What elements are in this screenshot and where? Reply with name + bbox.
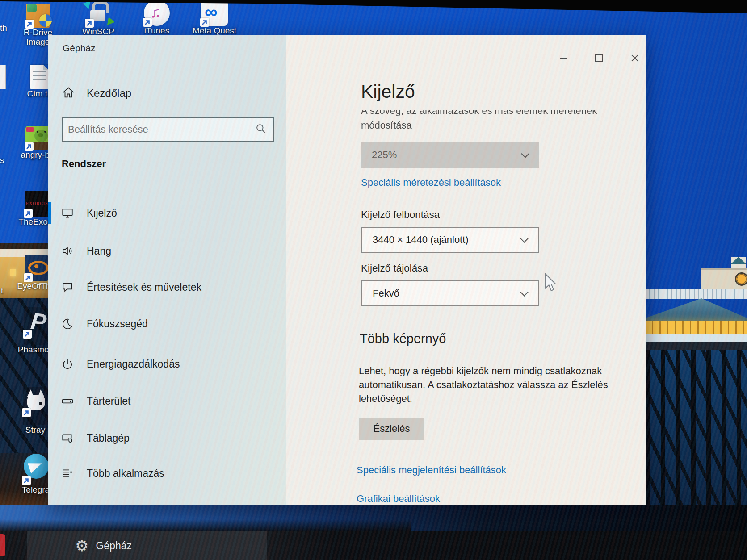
taskbar-app-gephaz[interactable]: ⚙ Gépház (27, 531, 267, 560)
orientation-dropdown-value: Fekvő (373, 288, 521, 299)
shortcut-arrow-icon (200, 18, 209, 27)
sidebar-item-tarterulet[interactable]: Tárterület (48, 390, 286, 412)
angry-birds-icon (25, 126, 50, 150)
advanced-scaling-link[interactable]: Speciális méretezési beállítások (361, 177, 501, 188)
sidebar-item-tablagep[interactable]: Táblagép (48, 427, 286, 449)
itunes-icon: ♫ (144, 0, 170, 26)
monitor-photo: R-Drive Image WinSCP ♫ iTunes ∞ Meta Que… (0, 0, 747, 560)
wallpaper-pier-railing (646, 289, 747, 299)
taskbar: ⚙ Gépház (0, 531, 747, 560)
resolution-dropdown[interactable]: 3440 × 1440 (ajánlott) (361, 227, 539, 253)
shortcut-arrow-icon (22, 476, 31, 485)
sidebar-item-hang[interactable]: Hang (48, 240, 286, 262)
stray-cat-icon (23, 387, 48, 425)
advanced-display-link[interactable]: Speciális megjelenítési beállítások (357, 464, 506, 476)
graphics-settings-link[interactable]: Grafikai beállítások (357, 493, 440, 505)
search-icon[interactable] (255, 123, 267, 136)
taskbar-app-label: Gépház (96, 540, 132, 552)
sidebar-item-label: Táblagép (87, 432, 130, 444)
desktop-icon-label: Meta Quest (193, 26, 236, 35)
scale-description-clipped: A szöveg, az alkalmazások és más elemek … (361, 110, 629, 136)
sidebar-item-label: Kijelző (87, 207, 117, 219)
chevron-down-icon (521, 150, 529, 158)
power-icon (61, 358, 74, 370)
shortcut-arrow-icon (25, 20, 34, 29)
multi-display-title: Több képernyő (360, 331, 446, 346)
search-input[interactable] (63, 124, 255, 135)
shortcut-arrow-icon (22, 408, 31, 417)
wallpaper-pier-deck (646, 334, 747, 342)
sidebar-item-ertesitesek[interactable]: Értesítések és műveletek (48, 276, 286, 298)
cutoff-taskbar-icon (0, 534, 5, 556)
desktop-icon-label: Stray (25, 425, 45, 435)
scale-description-line2: módosítása (361, 118, 629, 133)
telegram-icon (23, 454, 49, 485)
chevron-down-icon (520, 234, 528, 242)
notifications-icon (61, 281, 74, 293)
scale-dropdown[interactable]: 225% (361, 142, 539, 168)
scale-description-line1: A szöveg, az alkalmazások és más elemek … (361, 110, 629, 118)
sidebar-item-label: Hang (87, 245, 111, 257)
minimize-button[interactable] (553, 49, 574, 67)
resolution-label: Kijelző felbontása (361, 209, 440, 221)
winscp-icon (86, 3, 111, 27)
sidebar-item-label: Fókuszsegéd (87, 318, 148, 330)
desktop-icon-label-line2: Image (26, 37, 50, 46)
shortcut-arrow-icon (23, 330, 32, 339)
desktop-icon-label: Telegra (22, 485, 50, 494)
resolution-dropdown-value: 3440 × 1440 (ajánlott) (373, 234, 521, 246)
tablet-icon (61, 432, 74, 444)
edge-label-fragment: th (0, 23, 7, 33)
orientation-label: Kijelző tájolása (361, 263, 428, 274)
orientation-dropdown[interactable]: Fekvő (361, 280, 539, 306)
sidebar-item-label: Tárterület (87, 395, 130, 407)
gear-icon: ⚙ (75, 538, 88, 553)
sidebar-item-label: Több alkalmazás (87, 468, 164, 480)
moon-icon (61, 318, 74, 330)
wallpaper-pier-fascia (646, 342, 747, 350)
sidebar-item-label: Kezdőlap (87, 87, 131, 100)
desktop-icon-winscp[interactable]: WinSCP (78, 3, 119, 36)
edge-label-fragment: s (0, 155, 4, 165)
settings-sidebar: Gépház Kezdőlap Rendszer Kijelző (48, 35, 286, 505)
desktop-icon-label: iTunes (144, 26, 169, 35)
shortcut-arrow-icon (143, 18, 152, 27)
text-file-icon (30, 65, 49, 89)
sound-icon (61, 245, 74, 257)
chevron-down-icon (520, 288, 528, 296)
shortcut-arrow-icon (24, 209, 33, 218)
sidebar-item-home[interactable]: Kezdőlap (48, 83, 286, 104)
eye-of-the-icon (25, 255, 48, 281)
apps-icon (61, 467, 74, 480)
detect-button[interactable]: Észlelés (359, 418, 424, 440)
wallpaper-pier-clock (735, 272, 747, 286)
wallpaper-pier-awning (646, 298, 747, 322)
window-title: Gépház (63, 43, 96, 54)
sidebar-item-fokuszseged[interactable]: Fókuszsegéd (48, 313, 286, 335)
settings-content-pane: Kijelző A szöveg, az alkalmazások és más… (286, 35, 646, 505)
r-drive-image-icon (26, 4, 50, 28)
mouse-cursor (544, 273, 558, 294)
desktop-icon-itunes[interactable]: ♫ iTunes (136, 0, 177, 35)
desktop-icon-meta-quest[interactable]: ∞ Meta Quest (193, 0, 236, 35)
close-button[interactable] (625, 49, 645, 67)
scale-dropdown-value: 225% (372, 149, 522, 161)
sidebar-item-tobb-alkalmazas[interactable]: Több alkalmazás (48, 462, 286, 485)
sidebar-item-kijelzo[interactable]: Kijelző (48, 202, 286, 224)
sidebar-item-energiagazdalkodas[interactable]: Energiagazdálkodás (48, 353, 286, 375)
multi-display-description: Lehet, hogy a régebbi kijelzők nem mindi… (359, 364, 623, 405)
settings-window: Gépház Kezdőlap Rendszer Kijelző (48, 35, 646, 505)
sidebar-item-label: Energiagazdálkodás (87, 358, 180, 370)
cutoff-document-icon (0, 65, 6, 89)
maximize-button[interactable] (589, 49, 609, 67)
shortcut-arrow-icon (24, 273, 33, 282)
phasmophobia-icon: P (24, 307, 48, 345)
shortcut-arrow-icon (25, 142, 34, 151)
settings-search-box[interactable] (62, 117, 274, 142)
edge-label-fragment: t (1, 286, 3, 296)
sidebar-section-header: Rendszer (62, 158, 106, 170)
wallpaper-pier-legs (646, 350, 747, 505)
shortcut-arrow-icon (85, 19, 94, 28)
display-icon (61, 207, 74, 219)
meta-quest-icon: ∞ (201, 0, 228, 26)
